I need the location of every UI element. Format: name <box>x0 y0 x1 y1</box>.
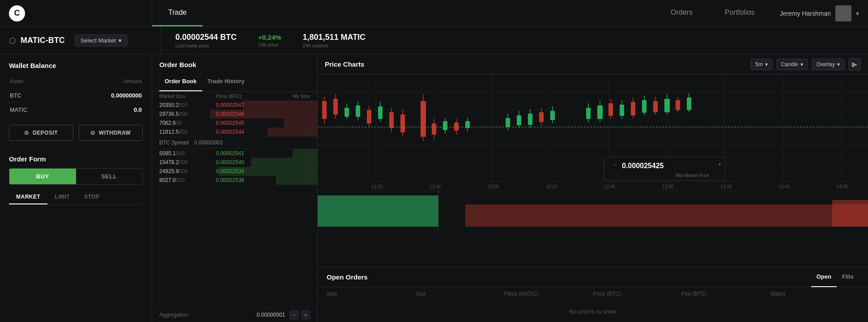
ask-row-0[interactable]: 20350.2000 0.00002547 - <box>152 101 317 110</box>
bid-row-3[interactable]: 9027.0000 0.00002538 - <box>152 176 317 185</box>
asset-name-btc: BTC <box>10 92 76 99</box>
svg-text:0.000025425: 0.000025425 <box>622 162 664 169</box>
chart-scroll-right[interactable]: ▶ <box>848 58 861 71</box>
spread-value: 0.00000003 <box>194 140 222 146</box>
select-market-button[interactable]: Select Market ▾ <box>75 34 128 47</box>
open-orders-tabs: Open Fills <box>811 267 859 287</box>
timeframe-chevron-icon: ▾ <box>765 61 768 68</box>
timeframe-button[interactable]: 5m ▾ <box>750 59 773 70</box>
wallet-balance-title: Wallet Balance <box>0 55 152 75</box>
avatar <box>835 5 851 21</box>
tab-portfolios[interactable]: Portfolios <box>709 0 771 26</box>
tab-trade[interactable]: Trade <box>152 0 203 26</box>
spread-row: BTC Spread 0.00000003 <box>152 136 317 149</box>
withdraw-label: WITHDRAW <box>99 130 131 136</box>
tab-orders[interactable]: Orders <box>655 0 709 26</box>
user-name: Jeremy Harshman <box>780 10 831 17</box>
asset-col-header: Asset <box>10 78 76 85</box>
aggregation-row: Aggregation 0.00000001 − + <box>152 307 317 322</box>
bid-market-1: 15478.2000 <box>159 159 216 165</box>
candlestick-chart: 11:20 11:40 12:00 12:20 12:40 13:00 13:2… <box>318 74 868 191</box>
bid-row-1[interactable]: 15478.2000 0.00002540 - <box>152 158 317 167</box>
deposit-icon: ⊙ <box>24 130 29 136</box>
order-type-market[interactable]: MARKET <box>9 190 47 204</box>
svg-text:11:40: 11:40 <box>430 184 441 189</box>
action-buttons: ⊙ DEPOSIT ⊙ WITHDRAW <box>0 118 152 148</box>
bid-row-2[interactable]: 24925.9000 0.00002539 - <box>152 167 317 176</box>
deposit-button[interactable]: ⊙ DEPOSIT <box>9 125 73 141</box>
volume-value: 1,801,511 MATIC <box>302 33 366 42</box>
svg-text:13:00: 13:00 <box>662 184 673 189</box>
stat-volume: 1,801,511 MATIC 24h volume <box>302 33 366 48</box>
overlay-label: Overlay <box>817 61 835 68</box>
tab-open[interactable]: Open <box>811 267 837 287</box>
chart-area: 11:20 11:40 12:00 12:20 12:40 13:00 13:2… <box>318 74 868 267</box>
chart-header: Price Charts 5m ▾ Candle ▾ Overlay ▾ ▶ <box>318 55 868 74</box>
order-book-panel: Order Book Order Book Trade History Mark… <box>152 55 318 322</box>
order-form-section: Order Form BUY SELL MARKET LIMIT STOP <box>0 148 152 205</box>
top-navigation: C Trade Orders Portfolios Jeremy Harshma… <box>0 0 868 27</box>
orders-col-price: Price (BTC) <box>593 291 681 297</box>
select-market-chevron: ▾ <box>119 37 122 44</box>
ob-header-price: Price (BTC) <box>216 93 272 99</box>
user-menu[interactable]: Jeremy Harshman ▾ <box>780 5 859 21</box>
left-sidebar: Wallet Balance Asset Amount BTC 0.000000… <box>0 55 152 322</box>
ask-market-3: 11812.5000 <box>159 129 216 135</box>
tab-fills[interactable]: Fills <box>837 267 859 287</box>
overlay-chevron-icon: ▾ <box>837 61 840 68</box>
no-orders-message: No orders to show <box>318 301 868 322</box>
market-chain-icon: ⬡ <box>9 36 16 46</box>
svg-text:13:40: 13:40 <box>779 184 790 189</box>
select-market-label: Select Market <box>81 37 116 44</box>
tab-trade-history[interactable]: Trade History <box>202 72 250 91</box>
ask-row-3[interactable]: 11812.5000 0.00002544 - <box>152 127 317 136</box>
svg-text:14:00: 14:00 <box>837 184 848 189</box>
candle-type-button[interactable]: Candle ▾ <box>776 59 808 70</box>
asset-table: Asset Amount BTC 0.00000000 MATIC 0.0 <box>0 75 152 118</box>
svg-text:200k: 200k <box>320 197 330 202</box>
svg-text:Mid Market Price: Mid Market Price <box>676 173 709 178</box>
ask-price-3: 0.00002544 <box>216 129 272 135</box>
svg-text:12:20: 12:20 <box>546 184 557 189</box>
order-type-limit[interactable]: LIMIT <box>47 190 77 204</box>
ask-market-1: 29736.5000 <box>159 111 216 117</box>
ask-row-1[interactable]: 29736.5000 0.00002546 - <box>152 110 317 119</box>
right-panel: Price Charts 5m ▾ Candle ▾ Overlay ▾ ▶ <box>318 55 868 322</box>
tab-order-book[interactable]: Order Book <box>159 72 202 91</box>
withdraw-button[interactable]: ⊙ WITHDRAW <box>79 125 143 141</box>
nav-tabs: Trade Orders Portfolios <box>152 0 771 26</box>
svg-text:13:20: 13:20 <box>720 184 732 189</box>
nav-right: Jeremy Harshman ▾ <box>771 0 868 26</box>
ask-rows: 20350.2000 0.00002547 - 29736.5000 0.000… <box>152 101 317 136</box>
ask-row-2[interactable]: 7062.600 0.00002545 - <box>152 119 317 127</box>
open-orders-header: Open Orders Open Fills <box>318 267 868 287</box>
aggregation-increase-button[interactable]: + <box>301 310 310 319</box>
market-header: ⬡ MATIC-BTC Select Market ▾ 0.00002544 B… <box>0 27 868 55</box>
logo-area: C <box>0 0 152 26</box>
market-name: MATIC-BTC <box>21 36 65 45</box>
order-type-stop[interactable]: STOP <box>77 190 106 204</box>
orders-col-status: Status <box>770 291 859 297</box>
market-stats: 0.00002544 BTC Last trade price +0.24% 2… <box>161 33 366 48</box>
volume-area: 200k 200k <box>318 191 868 231</box>
orders-col-size: Size <box>415 291 504 297</box>
volume-label: 24h volume <box>302 43 366 48</box>
aggregation-decrease-button[interactable]: − <box>289 310 298 319</box>
chevron-down-icon: ▾ <box>856 10 859 17</box>
asset-name-matic: MATIC <box>10 106 76 113</box>
orders-col-fee: Fee (BTC) <box>681 291 770 297</box>
logo-icon[interactable]: C <box>9 5 25 21</box>
bid-market-2: 24925.9000 <box>159 168 216 174</box>
svg-text:11:20: 11:20 <box>371 184 383 189</box>
buy-tab[interactable]: BUY <box>9 169 76 184</box>
sell-tab[interactable]: SELL <box>76 169 143 184</box>
open-orders-section: Open Orders Open Fills Side Size Filled … <box>318 267 868 322</box>
deposit-label: DEPOSIT <box>33 130 58 136</box>
bid-rows: 5095.1000 0.00002541 - 15478.2000 0.0000… <box>152 149 317 185</box>
overlay-button[interactable]: Overlay ▾ <box>812 59 845 70</box>
orders-col-filled: Filled (MATIC) <box>504 291 593 297</box>
market-logo-area: ⬡ MATIC-BTC Select Market ▾ <box>9 27 161 54</box>
svg-rect-99 <box>832 200 868 227</box>
bid-row-0[interactable]: 5095.1000 0.00002541 - <box>152 149 317 158</box>
asset-amount-matic: 0.0 <box>76 106 142 113</box>
